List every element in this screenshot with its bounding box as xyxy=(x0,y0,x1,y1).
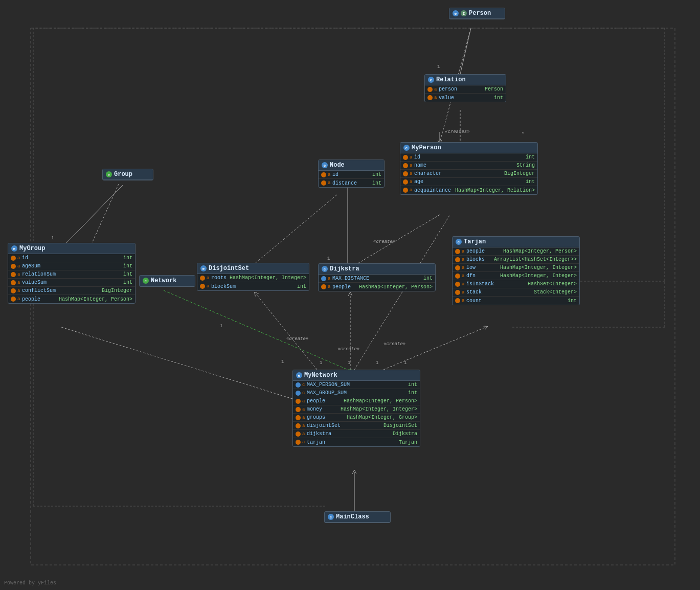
mynetwork-row-3: a people HashMap<Integer, Person> xyxy=(293,397,420,405)
svg-text:«creates»: «creates» xyxy=(445,129,470,134)
group-header: e Group xyxy=(103,169,153,180)
mynetwork-row-2: c MAX_GROUP_SUM int xyxy=(293,389,420,397)
svg-line-17 xyxy=(358,215,440,263)
tarjan-row-1: a people HashMap<Integer, Person> xyxy=(453,247,579,256)
myperson-row-1: a id int xyxy=(400,153,537,162)
dijkstra-header: e Dijkstra xyxy=(319,264,435,275)
tarjan-node: e Tarjan a people HashMap<Integer, Perso… xyxy=(452,236,580,305)
network-title: Network xyxy=(151,277,176,284)
node-icon: e xyxy=(322,162,328,168)
node-title: Node xyxy=(330,162,345,169)
mygroup-row-1: a id int xyxy=(8,254,135,262)
field-icon-2 xyxy=(427,95,433,100)
mainclass-title: MainClass xyxy=(336,513,369,520)
relation-header: e Relation xyxy=(425,75,506,85)
myperson-row-4: a age int xyxy=(400,178,537,186)
disjointset-node: e DisjointSet a roots HashMap<Integer, I… xyxy=(197,263,309,291)
disjointset-row-1: a roots HashMap<Integer, Integer> xyxy=(197,274,309,282)
svg-text:*: * xyxy=(522,132,524,137)
tarjan-row-2: a blocks ArrayList<HashSet<Integer>> xyxy=(453,256,579,264)
mygroup-node: e MyGroup a id int a ageSum int a relati… xyxy=(8,243,136,304)
svg-text:1: 1 xyxy=(220,324,222,329)
person-icon-interface: I xyxy=(461,10,467,16)
mynetwork-icon: e xyxy=(296,372,302,378)
svg-text:«create»: «create» xyxy=(383,342,405,347)
dijkstra-row-2: a people HashMap<Integer, Person> xyxy=(319,283,435,291)
myperson-header: e MyPerson xyxy=(400,143,537,153)
relation-row-1: a person Person xyxy=(425,85,506,94)
mygroup-row-6: a people HashMap<Integer, Person> xyxy=(8,295,135,303)
dijkstra-title: Dijkstra xyxy=(330,265,359,273)
mygroup-row-2: a ageSum int xyxy=(8,262,135,270)
svg-line-6 xyxy=(66,185,123,243)
network-node: e Network xyxy=(139,275,195,287)
mynetwork-row-1: c MAX_PERSON_SUM int xyxy=(293,381,420,389)
person-title: Person xyxy=(469,10,491,17)
network-icon: e xyxy=(143,278,149,284)
mainclass-icon: e xyxy=(328,514,334,520)
relation-title: Relation xyxy=(436,76,466,83)
node-row-1: a id int xyxy=(319,171,384,179)
person-icon-blue: e xyxy=(453,10,459,16)
svg-line-14 xyxy=(383,327,486,370)
dijkstra-icon: e xyxy=(322,266,328,272)
mynetwork-header: e MyNetwork xyxy=(293,370,420,381)
mygroup-title: MyGroup xyxy=(19,245,45,252)
mynetwork-row-7: a dijkstra Dijkstra xyxy=(293,430,420,438)
myperson-row-3: a character BigInteger xyxy=(400,170,537,178)
mynetwork-row-5: a groups HashMap<Integer, Group> xyxy=(293,414,420,422)
group-node: e Group xyxy=(102,169,153,180)
mygroup-row-5: a conflictSum BigInteger xyxy=(8,287,135,295)
svg-text:«create»: «create» xyxy=(373,239,395,244)
footer-text: Powered by yFiles xyxy=(4,580,56,586)
person-header: e I Person xyxy=(449,8,505,19)
disjointset-header: e DisjointSet xyxy=(197,263,309,274)
tarjan-title: Tarjan xyxy=(464,238,486,245)
node-node: e Node a id int a distance int xyxy=(318,160,385,188)
group-title: Group xyxy=(114,171,132,178)
svg-text:1: 1 xyxy=(376,360,378,366)
mygroup-row-3: a relationSum int xyxy=(8,270,135,279)
relation-node: e Relation a person Person a value int xyxy=(424,74,506,102)
mygroup-row-4: a valueSum int xyxy=(8,279,135,287)
mynetwork-node: e MyNetwork c MAX_PERSON_SUM int c MAX_G… xyxy=(292,370,420,447)
svg-text:1: 1 xyxy=(281,359,284,365)
svg-text:1: 1 xyxy=(327,256,330,261)
myperson-node: e MyPerson a id int a name String a char… xyxy=(400,142,538,195)
disjointset-row-2: a blockSum int xyxy=(197,282,309,290)
tarjan-row-4: a dfn HashMap<Integer, Integer> xyxy=(453,272,579,280)
myperson-title: MyPerson xyxy=(412,144,441,151)
person-node: e I Person xyxy=(449,8,505,19)
field-icon-1 xyxy=(427,87,433,92)
svg-line-20 xyxy=(92,184,119,243)
svg-line-15 xyxy=(354,215,450,370)
mynetwork-title: MyNetwork xyxy=(304,372,337,379)
tarjan-header: e Tarjan xyxy=(453,237,579,247)
svg-line-0 xyxy=(460,28,471,74)
mygroup-icon: e xyxy=(11,245,17,252)
tarjan-icon: e xyxy=(456,239,462,245)
svg-text:1: 1 xyxy=(437,64,440,70)
diagram-canvas: «creates» «create» «create» «create» «cr… xyxy=(0,0,700,590)
relation-icon: e xyxy=(428,77,434,83)
disjointset-title: DisjointSet xyxy=(209,265,249,272)
svg-text:«create»: «create» xyxy=(337,347,359,352)
mynetwork-row-8: a tarjan Tarjan xyxy=(293,438,420,446)
group-icon: e xyxy=(106,171,112,177)
mynetwork-row-4: a money HashMap<Integer, Integer> xyxy=(293,405,420,414)
svg-line-12 xyxy=(256,293,317,370)
disjointset-icon: e xyxy=(200,265,207,271)
svg-text:«create»: «create» xyxy=(286,336,308,342)
mygroup-header: e MyGroup xyxy=(8,243,135,254)
myperson-row-2: a name String xyxy=(400,162,537,170)
tarjan-row-5: a isInStack HashSet<Integer> xyxy=(453,280,579,288)
tarjan-row-3: a low HashMap<Integer, Integer> xyxy=(453,264,579,272)
svg-line-7 xyxy=(164,290,348,370)
relation-row-2: a value int xyxy=(425,94,506,102)
svg-text:1: 1 xyxy=(51,236,54,241)
svg-text:1: 1 xyxy=(348,360,350,366)
dijkstra-node: e Dijkstra a MAX_DISTANCE int a people H… xyxy=(318,263,436,291)
svg-text:1: 1 xyxy=(320,360,322,366)
svg-text:1: 1 xyxy=(404,360,407,366)
myperson-row-5: a acquaintance HashMap<Integer, Relation… xyxy=(400,186,537,194)
